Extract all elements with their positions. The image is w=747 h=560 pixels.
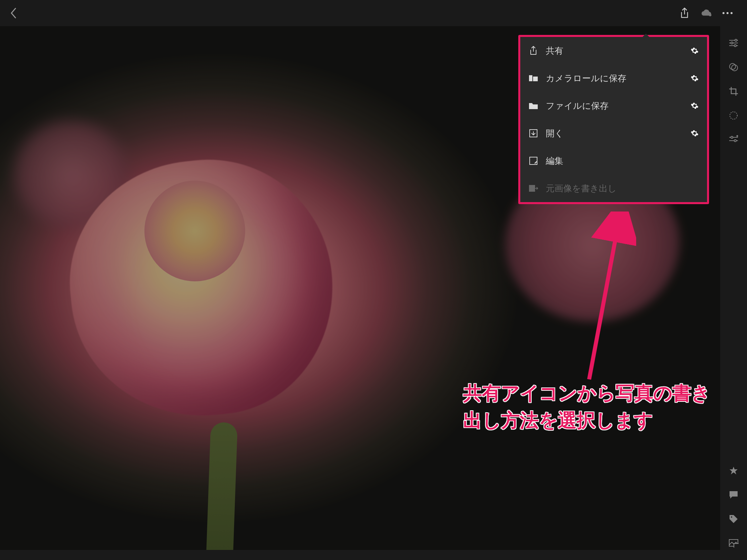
crop-icon <box>728 86 739 96</box>
adjust-button[interactable] <box>727 37 740 49</box>
presets-button[interactable] <box>727 61 740 73</box>
svg-point-7 <box>729 63 736 70</box>
svg-rect-19 <box>530 157 537 164</box>
top-bar-right <box>678 7 740 19</box>
menu-item-label: 編集 <box>546 155 699 167</box>
folder-icon <box>529 101 538 111</box>
menu-item-edit-in[interactable]: 編集 <box>520 147 707 175</box>
share-button[interactable] <box>678 7 691 19</box>
camera-roll-icon <box>529 73 538 83</box>
masking-button[interactable] <box>727 109 740 122</box>
healing-icon <box>728 135 739 145</box>
star-icon <box>729 466 738 475</box>
svg-point-13 <box>731 516 732 518</box>
svg-rect-20 <box>529 185 535 192</box>
share-icon <box>679 7 690 19</box>
menu-item-open-in[interactable]: 開く <box>520 119 707 147</box>
svg-rect-15 <box>734 543 739 548</box>
healing-button[interactable] <box>727 134 740 146</box>
svg-point-9 <box>730 112 737 119</box>
svg-point-1 <box>722 12 724 14</box>
menu-item-label: カメラロールに保存 <box>546 73 683 84</box>
svg-rect-16 <box>529 75 532 81</box>
menu-item-save-camera-roll[interactable]: カメラロールに保存 <box>520 64 707 92</box>
menu-item-label: 開く <box>546 128 683 139</box>
top-bar <box>0 0 747 26</box>
svg-point-5 <box>731 42 733 44</box>
open-in-icon <box>529 128 538 138</box>
menu-item-label: 元画像を書き出し <box>546 183 699 194</box>
sidebar-bottom <box>727 465 740 560</box>
svg-point-11 <box>734 140 736 142</box>
cloud-icon <box>700 8 712 18</box>
tag-icon <box>729 514 738 524</box>
info-panel-button[interactable] <box>727 537 740 549</box>
svg-point-2 <box>726 12 728 14</box>
gear-icon[interactable] <box>690 74 699 83</box>
edit-icon <box>529 156 538 166</box>
svg-point-8 <box>731 65 738 71</box>
ellipsis-icon <box>722 11 733 15</box>
gear-icon[interactable] <box>690 46 699 55</box>
annotation-text: 共有アイコンから写真の書き出し方法を選択します <box>463 379 712 434</box>
speech-bubble-icon <box>729 490 738 499</box>
comments-button[interactable] <box>727 489 740 501</box>
crop-button[interactable] <box>727 85 740 97</box>
back-button[interactable] <box>7 6 20 20</box>
svg-point-3 <box>730 12 732 14</box>
right-sidebar <box>720 26 747 560</box>
gear-icon[interactable] <box>690 101 699 110</box>
dotted-circle-icon <box>728 110 739 121</box>
gear-icon[interactable] <box>690 129 699 138</box>
cloud-sync-button[interactable] <box>700 7 712 19</box>
svg-point-6 <box>734 45 736 47</box>
rating-button[interactable] <box>727 465 740 477</box>
menu-item-label: 共有 <box>546 45 683 57</box>
chevron-left-icon <box>10 8 17 19</box>
keywords-button[interactable] <box>727 513 740 525</box>
image-info-icon <box>728 539 739 548</box>
share-icon <box>529 46 538 56</box>
circles-icon <box>728 62 739 72</box>
svg-point-0 <box>709 14 712 17</box>
share-menu: 共有 カメラロールに保存 ファイルに保存 開く <box>518 35 709 204</box>
svg-rect-17 <box>533 77 538 81</box>
svg-point-12 <box>737 135 738 137</box>
sliders-icon <box>728 38 739 48</box>
svg-point-10 <box>731 136 733 138</box>
menu-item-save-files[interactable]: ファイルに保存 <box>520 92 707 119</box>
more-options-button[interactable] <box>721 7 733 19</box>
svg-line-21 <box>589 218 619 379</box>
annotation-arrow <box>576 212 636 386</box>
menu-item-share[interactable]: 共有 <box>520 37 707 64</box>
svg-point-4 <box>735 39 737 41</box>
export-original-icon <box>529 183 538 193</box>
menu-item-label: ファイルに保存 <box>546 100 683 112</box>
menu-item-export-original: 元画像を書き出し <box>520 175 707 202</box>
